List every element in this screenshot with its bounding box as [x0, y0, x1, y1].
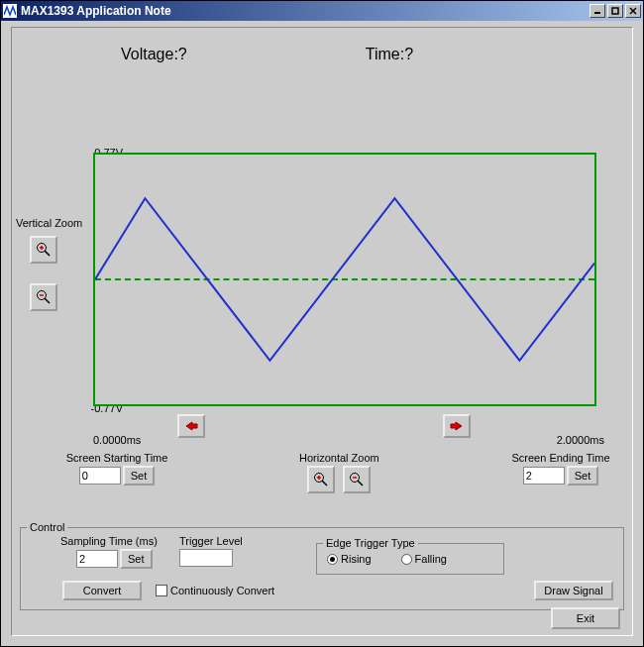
time-readout: Time:? — [366, 46, 413, 63]
svg-marker-12 — [451, 422, 462, 430]
start-time-label: Screen Starting Time — [57, 452, 176, 464]
x-axis-start-label: 0.0000ms — [93, 434, 141, 446]
waveform-trace — [95, 155, 594, 404]
x-axis-end-label: 2.0000ms — [557, 434, 604, 446]
sampling-time-label: Sampling Time (ms) — [60, 535, 158, 547]
vertical-zoom-out-button[interactable] — [30, 283, 57, 311]
content-area: Voltage:? Time:? 0.77V 0.00V -0.77V Vert… — [1, 21, 643, 646]
scroll-left-button[interactable] — [177, 414, 205, 438]
draw-signal-button[interactable]: Draw Signal — [534, 581, 613, 600]
window-controls — [590, 4, 641, 18]
svg-rect-1 — [612, 8, 618, 14]
vertical-zoom-label: Vertical Zoom — [16, 217, 82, 229]
scroll-right-button[interactable] — [443, 414, 471, 438]
main-panel: Voltage:? Time:? 0.77V 0.00V -0.77V Vert… — [11, 27, 633, 636]
svg-marker-11 — [186, 422, 197, 430]
rising-radio-label: Rising — [341, 553, 372, 565]
svg-line-5 — [45, 251, 50, 256]
readouts: Voltage:? Time:? — [12, 46, 632, 63]
zoom-out-icon — [36, 289, 52, 305]
falling-radio-label: Falling — [415, 553, 447, 565]
app-window: MAX1393 Application Note Voltage:? Time:… — [0, 0, 644, 647]
start-time-group: Screen Starting Time Set — [57, 452, 176, 485]
continuously-convert-checkbox[interactable]: Continuously Convert — [156, 585, 274, 596]
horizontal-zoom-label: Horizontal Zoom — [299, 452, 379, 464]
end-time-set-button[interactable]: Set — [567, 466, 599, 485]
radio-icon — [327, 554, 338, 565]
sampling-set-button[interactable]: Set — [120, 549, 153, 569]
minimize-button[interactable] — [590, 4, 605, 18]
titlebar: MAX1393 Application Note — [1, 1, 643, 21]
oscilloscope-plot[interactable] — [93, 153, 596, 406]
trigger-level-label: Trigger Level — [179, 535, 243, 547]
edge-trigger-group: Edge Trigger Type Rising Falling — [316, 537, 504, 575]
convert-button[interactable]: Convert — [62, 581, 142, 600]
falling-radio[interactable]: Falling — [401, 553, 447, 565]
arrow-right-icon — [450, 420, 464, 432]
rising-radio[interactable]: Rising — [327, 553, 372, 565]
vertical-zoom-in-button[interactable] — [30, 236, 57, 264]
svg-line-14 — [322, 481, 327, 485]
continuously-convert-label: Continuously Convert — [170, 585, 274, 596]
horizontal-zoom-in-button[interactable] — [307, 466, 335, 493]
control-legend: Control — [27, 521, 67, 533]
maximize-button[interactable] — [607, 4, 623, 18]
start-time-input[interactable] — [79, 467, 121, 485]
end-time-input[interactable] — [523, 467, 565, 485]
edge-trigger-legend: Edge Trigger Type — [323, 537, 418, 549]
voltage-readout: Voltage:? — [121, 46, 187, 63]
exit-button[interactable]: Exit — [551, 607, 620, 629]
zoom-in-icon — [313, 472, 329, 487]
arrow-left-icon — [184, 420, 198, 432]
svg-line-18 — [358, 481, 363, 485]
end-time-label: Screen Ending Time — [501, 452, 620, 464]
control-group: Control Sampling Time (ms) Set Trigger L… — [20, 521, 624, 610]
checkbox-icon — [156, 585, 167, 596]
window-title: MAX1393 Application Note — [21, 4, 590, 18]
horizontal-zoom-out-button[interactable] — [343, 466, 371, 493]
trigger-level-input[interactable] — [179, 549, 233, 567]
app-icon — [3, 4, 17, 18]
close-button[interactable] — [625, 4, 641, 18]
zoom-in-icon — [36, 242, 52, 258]
zoom-out-icon — [349, 472, 365, 487]
end-time-group: Screen Ending Time Set — [501, 452, 620, 485]
svg-line-9 — [45, 298, 50, 303]
start-time-set-button[interactable]: Set — [123, 466, 156, 485]
sampling-time-input[interactable] — [76, 550, 118, 568]
radio-icon — [401, 554, 412, 565]
